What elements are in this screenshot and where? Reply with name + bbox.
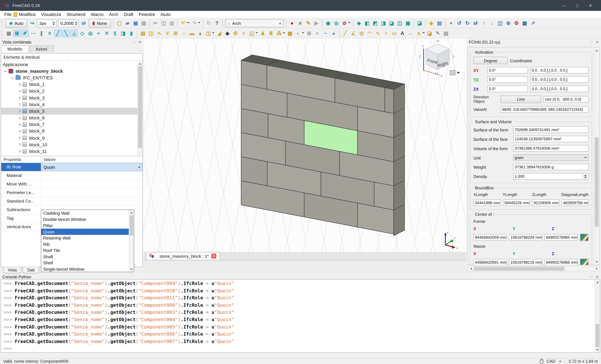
split-view-icon[interactable]: ◫ [496, 20, 504, 27]
view-axonometric-icon[interactable]: ◈ [355, 20, 363, 27]
arch-cut-plane-icon[interactable]: ◐ [294, 30, 302, 37]
property-row-standard-co[interactable]: Standard Co... [1, 197, 142, 206]
macro-play-icon[interactable]: ▶ [313, 20, 320, 27]
arch-roof-icon[interactable]: ◢ [216, 30, 223, 37]
center-field[interactable]: 84456842059 mm [473, 234, 507, 241]
menu-strumenti[interactable]: Strumenti [64, 12, 88, 17]
fcinfo-scrollbar[interactable] [594, 48, 599, 265]
tree-item-ifc-entities[interactable]: IFC_ENTITIES [1, 74, 137, 81]
dropdown-option-quoin[interactable]: Quoin [41, 229, 129, 235]
probe-icon[interactable]: ↗ [529, 20, 536, 27]
global-scale-spin[interactable]: 0,2000 [58, 19, 79, 27]
view-left-icon[interactable]: ▣ [404, 20, 411, 27]
move-up-icon[interactable]: ↑ [480, 20, 487, 27]
draft-text-icon[interactable]: A [399, 30, 406, 37]
draft-rectangle-icon[interactable]: ▭ [391, 30, 398, 37]
arch-building-icon[interactable]: ⌂ [180, 30, 188, 37]
arch-add-icon[interactable]: + [313, 30, 321, 37]
chevron-right-icon[interactable] [18, 97, 21, 99]
dropdown-arrow-icon[interactable] [212, 32, 214, 35]
menu-arch[interactable]: Arch [106, 12, 121, 17]
chevron-right-icon[interactable] [18, 123, 21, 126]
set-style-icon[interactable]: ↪ [28, 20, 36, 27]
float-panel-icon[interactable]: ▫ [591, 275, 592, 279]
property-value[interactable] [41, 171, 142, 180]
cut-icon[interactable]: ✂ [152, 20, 159, 27]
tab-azioni[interactable]: Azioni [29, 46, 53, 52]
redo-icon[interactable]: ↷ [191, 20, 198, 27]
draft-label-icon[interactable]: ✎ [434, 30, 441, 37]
tree-item-block_1[interactable]: block_1 [1, 81, 137, 88]
array-grid-icon[interactable]: ▦ [521, 20, 528, 27]
density-spinbox[interactable]: 1,000 [513, 173, 589, 180]
navigation-cube[interactable]: x z Front Right [414, 39, 461, 78]
dropdown-option-pillar[interactable]: Pillar [41, 222, 129, 229]
dropdown-arrow-icon[interactable] [138, 167, 140, 169]
coordinates-field[interactable]: 0.0 , 0.0,] [,0.0 , 0.0,] [530, 76, 589, 83]
line-width-spin[interactable]: 2px [37, 19, 57, 27]
close-document-icon[interactable]: ✕ [211, 254, 216, 258]
arch-floor-icon[interactable]: ▬ [188, 30, 196, 37]
angle-field[interactable]: 0.0° [487, 76, 528, 83]
select-plane-icon[interactable]: ▮ [128, 30, 135, 37]
arch-remove-icon[interactable]: − [322, 30, 329, 37]
chevron-right-icon[interactable] [18, 83, 21, 86]
refresh-icon[interactable]: ↻ [205, 20, 212, 27]
view-rear-icon[interactable]: ◪ [388, 20, 395, 27]
draft-shapestring-icon[interactable]: ∧ [415, 30, 422, 37]
menu-draft[interactable]: Draft [121, 12, 136, 17]
spin-arrows-icon[interactable] [73, 20, 78, 27]
tab-vista[interactable]: Vista [3, 267, 21, 273]
draft-annotation-icon[interactable]: ▤ [442, 30, 450, 37]
arch-material-icon[interactable]: ⁂ [275, 30, 283, 37]
arch-frame-icon[interactable]: Ⅲ [267, 30, 275, 37]
document-window-icon[interactable]: ▤ [436, 20, 443, 27]
view-bottom-icon[interactable]: ◫ [396, 20, 403, 27]
tab-modello[interactable]: Modello [1, 46, 29, 52]
dropdown-option-single-lancet-window[interactable]: Single-lancet Window [41, 266, 129, 272]
tree-item-block_6[interactable]: block_6 [1, 115, 137, 121]
console-body[interactable]: >>> FreeCAD.getDocument("Senza_nome").ge… [1, 279, 600, 353]
autogroup-button[interactable]: ▮None [89, 19, 111, 27]
rotate-cw-icon[interactable]: ↻ [464, 20, 471, 27]
boundbox-field[interactable]: 04441996 mm [473, 199, 501, 206]
angle-field[interactable]: 0.0° [487, 86, 528, 92]
arch-stairs-icon[interactable]: ≡ [240, 30, 248, 37]
print-icon[interactable]: ▤ [140, 20, 148, 27]
property-value[interactable] [41, 180, 142, 188]
property-row-material[interactable]: Material [1, 171, 142, 180]
dropdown-arrow-icon[interactable] [283, 32, 285, 35]
boundbox-field[interactable]: 482659756 mm [561, 199, 589, 206]
chevron-right-icon[interactable] [18, 110, 21, 113]
dropdown-arrow-icon[interactable] [256, 32, 258, 35]
undo-icon[interactable]: ↶ [180, 20, 187, 27]
menu-visualizza[interactable]: Visualizza [38, 12, 64, 17]
weight-field[interactable]: 37361.38947919358 g [513, 164, 589, 170]
tree-root[interactable]: Applicazione [1, 61, 137, 68]
close-panel-icon[interactable]: ✕ [596, 40, 599, 44]
valueat-field[interactable]: 9849, 118.650776965369, 665.140162711916… [501, 106, 589, 113]
snap-endpoint-icon[interactable]: ╱ [54, 30, 61, 37]
center-field[interactable]: 84993276966 mm [544, 259, 578, 265]
chevron-right-icon[interactable] [18, 150, 21, 153]
dropdown-option-shaft[interactable]: Shaft [41, 254, 129, 260]
boundbox-field[interactable]: 92106905 mm [532, 199, 559, 206]
draft-dimension-icon[interactable]: ↔ [407, 30, 414, 37]
mirror-icon[interactable]: ⇄ [472, 20, 479, 27]
arch-equipment-icon[interactable]: ♟ [259, 30, 267, 37]
snap-intersection-icon[interactable]: # [46, 30, 53, 37]
snap-parallel-icon[interactable]: ∥ [38, 30, 45, 37]
draft-bspline-icon[interactable]: ∿ [374, 30, 381, 37]
dropdown-option-double-lancet-window[interactable]: Double-lancet Window [41, 216, 129, 223]
draft-facebinder-icon[interactable]: ◪ [426, 30, 433, 37]
float-panel-icon[interactable]: ▫ [591, 40, 592, 44]
draft-line-icon[interactable]: ╱ [341, 30, 349, 37]
draft-wire-icon[interactable]: ∠ [350, 30, 357, 37]
arch-pipe-icon[interactable]: ⚙ [232, 30, 239, 37]
gears-icon[interactable]: ⚙ [513, 20, 520, 27]
console-scrollbar[interactable] [595, 280, 600, 352]
new-document-icon[interactable]: ▢ [116, 20, 123, 27]
working-plane-auto-button[interactable]: ◈Auto [5, 19, 27, 27]
snap-lock-icon[interactable]: ⊠ [13, 30, 21, 37]
macro-stop-icon[interactable]: ■ [296, 20, 304, 27]
